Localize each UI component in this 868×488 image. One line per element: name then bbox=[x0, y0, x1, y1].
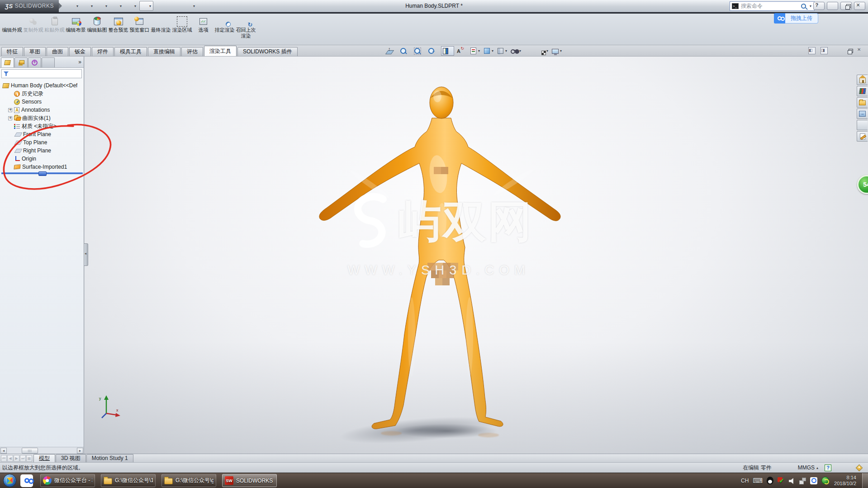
render-region-button[interactable]: 渲染区域 bbox=[171, 15, 193, 33]
ribbon-tab[interactable]: 曲面 bbox=[47, 47, 68, 56]
view-settings-button[interactable] bbox=[551, 46, 564, 56]
prev-tab-icon[interactable]: ◀ bbox=[7, 455, 13, 462]
propertymanager-tab[interactable] bbox=[14, 57, 28, 67]
new-document-button[interactable] bbox=[67, 1, 80, 11]
quick-tips-icon[interactable] bbox=[825, 464, 831, 471]
ribbon-tab[interactable]: SOLIDWORKS 插件 bbox=[237, 47, 298, 56]
preview-window-button[interactable]: 预览窗口 bbox=[129, 15, 150, 33]
featuremanager-tab[interactable] bbox=[1, 57, 14, 67]
render-options-button[interactable]: 选项 bbox=[193, 15, 214, 33]
custom-properties-button[interactable] bbox=[857, 131, 868, 142]
qq-icon[interactable] bbox=[767, 477, 773, 484]
scrollbar-track[interactable] bbox=[7, 448, 76, 454]
taskbar-solidworks-button[interactable]: SOLIDWORKS P... bbox=[222, 474, 277, 487]
units-caret-icon[interactable]: ▴ bbox=[816, 466, 818, 470]
print-button[interactable] bbox=[110, 1, 123, 11]
ribbon-tab[interactable]: 钣金 bbox=[69, 47, 91, 56]
expander-icon[interactable] bbox=[8, 165, 12, 169]
tab-list-icon[interactable]: ▦ bbox=[26, 455, 32, 462]
edit-appearance-view-button[interactable] bbox=[524, 46, 536, 56]
dropdown-caret-icon[interactable] bbox=[518, 49, 522, 53]
select-button[interactable] bbox=[139, 1, 153, 11]
antivirus-icon[interactable] bbox=[778, 477, 785, 484]
panel-tabs-overflow[interactable]: » bbox=[78, 59, 81, 65]
integrated-preview-button[interactable]: 整合预览 bbox=[108, 15, 129, 33]
doc-close-button[interactable] bbox=[857, 47, 865, 54]
ribbon-tab[interactable]: 模具工具 bbox=[114, 47, 147, 56]
rollback-bar[interactable] bbox=[1, 172, 83, 174]
dropdown-caret-icon[interactable] bbox=[133, 4, 137, 8]
display-style-button[interactable] bbox=[469, 46, 482, 56]
floating-speedup-badge[interactable]: 54 bbox=[857, 175, 868, 194]
appearances-scenes-button[interactable] bbox=[857, 120, 868, 130]
tree-item[interactable]: Front Plane bbox=[1, 130, 84, 138]
dropdown-caret-icon[interactable] bbox=[104, 4, 108, 8]
recall-last-render-button[interactable]: 召回上次渲染 bbox=[235, 15, 256, 39]
undo-button[interactable] bbox=[125, 1, 138, 11]
copy-appearance-button[interactable]: 复制外观 bbox=[23, 15, 44, 33]
dropdown-caret-icon[interactable] bbox=[76, 4, 79, 8]
tree-item[interactable]: Right Plane bbox=[1, 147, 84, 155]
doc-restore-button[interactable] bbox=[844, 47, 853, 54]
final-render-button[interactable]: 最终渲染 bbox=[150, 15, 171, 33]
tree-item[interactable]: Surface-Imported1 bbox=[1, 163, 84, 171]
zoom-to-area-button[interactable] bbox=[413, 46, 426, 56]
next-tab-icon[interactable]: ▶ bbox=[14, 455, 19, 462]
scroll-left-icon[interactable]: ◂ bbox=[0, 448, 7, 454]
expander-icon[interactable] bbox=[8, 133, 12, 137]
edit-appearance-button[interactable]: 编辑外观 bbox=[1, 15, 23, 33]
paste-appearance-button[interactable]: 粘贴外观 bbox=[44, 15, 65, 33]
netdisk-pinned-button[interactable] bbox=[20, 474, 33, 487]
ribbon-tab[interactable]: 草图 bbox=[24, 47, 46, 56]
panel-horizontal-scrollbar[interactable]: ◂ ▸ bbox=[0, 447, 84, 454]
pane-next-button[interactable] bbox=[820, 47, 828, 54]
hide-show-types-button[interactable] bbox=[510, 46, 523, 56]
last-tab-icon[interactable]: ⏭ bbox=[20, 455, 26, 462]
tree-item[interactable]: Origin bbox=[1, 155, 84, 163]
search-icon[interactable] bbox=[801, 4, 806, 9]
tree-item[interactable]: Annotations bbox=[1, 106, 84, 114]
expander-icon[interactable] bbox=[8, 108, 12, 112]
edit-scene-button[interactable]: 编辑布景 bbox=[65, 15, 86, 33]
minimize-button[interactable] bbox=[827, 2, 838, 10]
file-explorer-button[interactable] bbox=[857, 97, 868, 108]
ribbon-tab[interactable]: 评估 bbox=[181, 47, 203, 56]
ribbon-tab[interactable]: 渲染工具 bbox=[204, 46, 237, 56]
dropdown-caret-icon[interactable] bbox=[119, 4, 123, 8]
tree-filter-input[interactable] bbox=[1, 69, 82, 78]
tag-icon[interactable] bbox=[856, 464, 863, 471]
dropdown-caret-icon[interactable] bbox=[491, 49, 494, 53]
tree-item[interactable]: 材质 <未指定> bbox=[1, 122, 84, 130]
start-button[interactable] bbox=[3, 474, 16, 487]
dropdown-caret-icon[interactable] bbox=[504, 49, 508, 53]
dropdown-caret-icon[interactable] bbox=[148, 4, 152, 8]
expander-icon[interactable] bbox=[8, 141, 12, 145]
taskbar-browser-button[interactable]: 微信公众平台 - 3... bbox=[40, 474, 95, 487]
document-tab[interactable]: 模型 bbox=[33, 454, 55, 462]
ribbon-tab[interactable]: 焊件 bbox=[92, 47, 114, 56]
hide-show-items-button[interactable] bbox=[483, 46, 495, 56]
open-button[interactable] bbox=[81, 1, 95, 11]
dropdown-caret-icon[interactable] bbox=[192, 4, 196, 8]
dropdown-caret-icon[interactable] bbox=[545, 49, 549, 53]
netdisk-icon[interactable] bbox=[774, 13, 785, 24]
graphics-viewport[interactable]: 屿双网 WWW.YSH3D.COM y x 54 bbox=[85, 57, 868, 454]
expander-icon[interactable] bbox=[8, 92, 12, 96]
expander-icon[interactable] bbox=[8, 149, 12, 153]
tree-item[interactable]: Sensors bbox=[1, 98, 84, 106]
shield360-icon[interactable] bbox=[821, 477, 829, 484]
ime-keyboard-icon[interactable] bbox=[753, 477, 763, 485]
design-library-button[interactable] bbox=[857, 86, 868, 96]
scrollbar-thumb[interactable] bbox=[22, 448, 38, 454]
units-selector[interactable]: MMGS bbox=[798, 464, 815, 471]
pane-previous-button[interactable] bbox=[808, 47, 816, 54]
tree-item[interactable]: 曲面实体(1) bbox=[1, 114, 84, 122]
expander-icon[interactable] bbox=[8, 124, 12, 128]
view-orientation-button[interactable] bbox=[455, 46, 468, 56]
document-tab[interactable]: Motion Study 1 bbox=[86, 454, 133, 462]
schedule-render-button[interactable]: 排定渲染 bbox=[214, 15, 235, 33]
view-palette-button[interactable] bbox=[857, 109, 868, 119]
zoom-to-fit-button[interactable] bbox=[385, 46, 398, 56]
expander-icon[interactable] bbox=[8, 116, 12, 120]
command-search[interactable]: 搜索命令 bbox=[730, 1, 815, 11]
